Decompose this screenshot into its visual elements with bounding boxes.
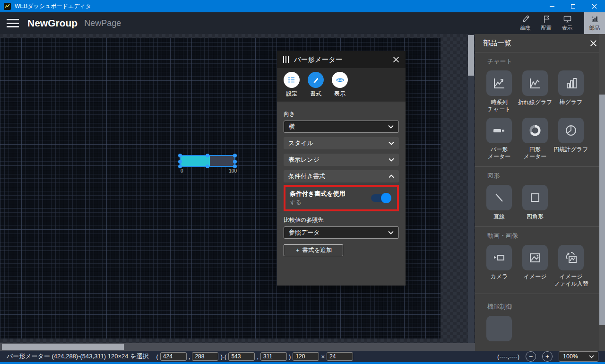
image-swap-icon [563, 250, 579, 265]
part-camera[interactable]: カメラ [486, 245, 512, 287]
part-image[interactable]: イメージ [522, 245, 548, 287]
window-title: WEBダッシュボードエディタ [15, 2, 91, 10]
part-pie-chart[interactable]: 円統計グラフ [554, 118, 588, 160]
parts-panel-close-button[interactable] [590, 40, 597, 47]
cursor-position: (----,----) [497, 353, 519, 360]
use-conditional-format-suffix: する [290, 199, 346, 207]
part-bar-meter[interactable]: バー形 メーター [486, 118, 512, 160]
app-icon [4, 3, 11, 10]
tab-settings[interactable]: 設定 [284, 72, 300, 98]
chevron-down-icon [389, 158, 394, 162]
view-mode-button[interactable]: 表示 [557, 12, 578, 34]
part-line-chart[interactable]: 折れ線グラフ [518, 70, 552, 113]
canvas-vertical-scrollbar[interactable] [468, 35, 474, 343]
y1-input[interactable] [192, 352, 218, 361]
horizontal-scroll-thumb[interactable] [2, 344, 124, 350]
section-conditional-format[interactable]: 条件付き書式 [284, 170, 399, 182]
part-circle-meter[interactable]: 円形 メーター [522, 118, 548, 160]
part-image-swap[interactable]: イメージ ファイル入替 [553, 245, 588, 287]
resize-handle-se[interactable] [233, 165, 237, 168]
canvas-horizontal-scrollbar[interactable] [0, 343, 475, 351]
parts-panel-title: 部品一覧 [483, 39, 511, 48]
line-icon [492, 190, 507, 205]
resize-handle-e[interactable] [233, 160, 237, 164]
compare-ref-select[interactable]: 参照データ [284, 226, 399, 239]
x2-input[interactable] [228, 352, 255, 361]
parts-icon [590, 15, 599, 24]
parts-scroll-thumb[interactable] [599, 95, 605, 325]
page-name: NewPage [84, 18, 121, 28]
rectangle-icon [527, 190, 543, 205]
compare-ref-label: 比較値の参照先 [284, 216, 399, 224]
dialog-header[interactable]: バー形メーター [277, 51, 406, 68]
y2-input[interactable] [260, 352, 287, 361]
bar-meter-widget[interactable]: 0 100 [180, 155, 235, 167]
edit-mode-button[interactable]: 編集 [515, 12, 536, 34]
resize-handle-sw[interactable] [178, 165, 182, 168]
section-display-range[interactable]: 表示レンジ [284, 154, 399, 166]
dialog-body: 向き 横 スタイル 表示レンジ 条件付き書式 条件付き書式を使用 する 比較値の… [277, 102, 406, 261]
bar-meter-fill [181, 156, 210, 166]
maximize-button[interactable] [562, 0, 584, 12]
use-conditional-format-label: 条件付き書式を使用 [290, 190, 346, 198]
timeseries-chart-icon [492, 76, 507, 91]
part-line[interactable]: 直線 [486, 185, 512, 220]
resize-handle-s[interactable] [206, 165, 209, 168]
dialog-tab-strip: 設定 書式 表示 [277, 68, 406, 102]
meter-max-label: 100 [229, 168, 237, 173]
app-header: NewGroup NewPage 編集 配置 表示 部品 [0, 12, 605, 34]
zoom-level-select[interactable]: 100% [559, 351, 598, 362]
orientation-select[interactable]: 横 [284, 121, 399, 133]
group-name: NewGroup [27, 17, 78, 29]
minimize-button[interactable] [541, 0, 562, 12]
coordinate-fields: ( , )-( , ) × [156, 352, 353, 361]
window-frame-bottom [0, 362, 605, 364]
chevron-down-icon [589, 355, 594, 358]
tab-display[interactable]: 表示 [332, 72, 348, 98]
x1-input[interactable] [160, 352, 187, 361]
conditional-format-highlight: 条件付き書式を使用 する [284, 185, 399, 211]
height-input[interactable] [327, 352, 353, 361]
close-window-button[interactable] [584, 0, 605, 12]
part-control-item[interactable] [486, 316, 512, 341]
bar-meter-icon [491, 123, 507, 138]
meter-min-label: 0 [181, 168, 183, 173]
monitor-icon [563, 15, 572, 24]
section-style[interactable]: スタイル [284, 137, 399, 149]
resize-handle-n[interactable] [206, 154, 209, 157]
orientation-label: 向き [284, 110, 399, 118]
bar-meter-property-dialog: バー形メーター 設定 書式 表示 向き 横 スタイル 表示レンジ [277, 51, 406, 286]
vertical-scroll-thumb[interactable] [468, 35, 474, 76]
part-timeseries-chart[interactable]: 時系列 チャート [486, 70, 512, 113]
parts-section-media: 動画・画像 カメラ イメージ イメージ ファイル入替 [475, 226, 605, 294]
toggle-knob [381, 193, 391, 203]
parts-section-chart: チャート 時系列 チャート 折れ線グラフ 棒グラフ バー形 メーター 円形 メー… [475, 52, 605, 166]
eye-icon [336, 76, 345, 85]
brush-icon [311, 76, 320, 84]
status-bar: バー形メーター (424,288)-(543,311) 120×24 を選択 (… [0, 351, 605, 362]
menu-icon[interactable] [7, 19, 19, 27]
zoom-out-button[interactable]: − [526, 351, 536, 362]
bar-meter-body[interactable] [180, 155, 235, 167]
chevron-up-icon [389, 174, 394, 178]
parts-panel-scrollbar[interactable] [599, 34, 605, 351]
add-format-button[interactable]: ＋ 書式を追加 [284, 244, 343, 256]
resize-handle-ne[interactable] [233, 154, 237, 157]
parts-panel: 部品一覧 チャート 時系列 チャート 折れ線グラフ 棒グラフ バー形 メーター [475, 34, 605, 351]
flag-icon [542, 15, 551, 24]
tab-format[interactable]: 書式 [308, 72, 324, 98]
selection-status-text: バー形メーター (424,288)-(543,311) 120×24 を選択 [7, 352, 148, 361]
chevron-down-icon [389, 141, 394, 145]
part-bar-chart[interactable]: 棒グラフ [558, 70, 584, 113]
camera-icon [491, 250, 507, 265]
resize-handle-nw[interactable] [178, 154, 182, 157]
drag-grip-icon[interactable] [283, 56, 289, 63]
part-rectangle[interactable]: 四角形 [522, 185, 548, 220]
width-input[interactable] [293, 352, 319, 361]
conditional-format-toggle[interactable] [371, 194, 390, 202]
dialog-close-button[interactable] [393, 56, 399, 63]
layout-mode-button[interactable]: 配置 [536, 12, 557, 34]
parts-mode-button[interactable]: 部品 [584, 12, 605, 34]
resize-handle-w[interactable] [178, 160, 182, 164]
zoom-in-button[interactable]: + [542, 351, 553, 362]
